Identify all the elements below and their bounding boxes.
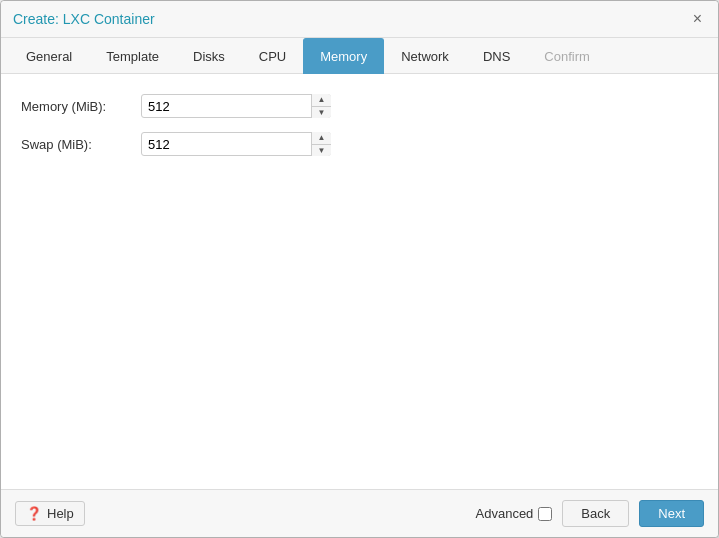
close-button[interactable]: × [689, 9, 706, 29]
swap-row: Swap (MiB): ▲ ▼ [21, 132, 698, 156]
tab-network[interactable]: Network [384, 38, 466, 74]
next-button[interactable]: Next [639, 500, 704, 527]
swap-increment-button[interactable]: ▲ [312, 132, 331, 145]
memory-spinner: ▲ ▼ [141, 94, 331, 118]
memory-input[interactable] [141, 94, 331, 118]
tab-confirm: Confirm [527, 38, 607, 74]
help-label: Help [47, 506, 74, 521]
tab-template[interactable]: Template [89, 38, 176, 74]
dialog: Create: LXC Container × General Template… [0, 0, 719, 538]
tab-memory[interactable]: Memory [303, 38, 384, 74]
tab-disks[interactable]: Disks [176, 38, 242, 74]
tab-bar: General Template Disks CPU Memory Networ… [1, 38, 718, 74]
advanced-text: Advanced [476, 506, 534, 521]
tab-content: Memory (MiB): ▲ ▼ Swap (MiB): ▲ ▼ [1, 74, 718, 489]
memory-increment-button[interactable]: ▲ [312, 94, 331, 107]
swap-decrement-button[interactable]: ▼ [312, 145, 331, 157]
memory-spinner-buttons: ▲ ▼ [311, 94, 331, 118]
tab-dns[interactable]: DNS [466, 38, 527, 74]
memory-label: Memory (MiB): [21, 99, 141, 114]
footer-left: ❓ Help [15, 501, 85, 526]
swap-label: Swap (MiB): [21, 137, 141, 152]
memory-row: Memory (MiB): ▲ ▼ [21, 94, 698, 118]
swap-spinner-buttons: ▲ ▼ [311, 132, 331, 156]
tab-general[interactable]: General [9, 38, 89, 74]
advanced-label[interactable]: Advanced [476, 506, 553, 521]
help-icon: ❓ [26, 506, 42, 521]
memory-decrement-button[interactable]: ▼ [312, 107, 331, 119]
back-button[interactable]: Back [562, 500, 629, 527]
help-button[interactable]: ❓ Help [15, 501, 85, 526]
dialog-footer: ❓ Help Advanced Back Next [1, 489, 718, 537]
footer-right: Advanced Back Next [476, 500, 704, 527]
dialog-header: Create: LXC Container × [1, 1, 718, 38]
swap-input[interactable] [141, 132, 331, 156]
swap-spinner: ▲ ▼ [141, 132, 331, 156]
tab-cpu[interactable]: CPU [242, 38, 303, 74]
advanced-checkbox[interactable] [538, 507, 552, 521]
dialog-title: Create: LXC Container [13, 11, 155, 27]
